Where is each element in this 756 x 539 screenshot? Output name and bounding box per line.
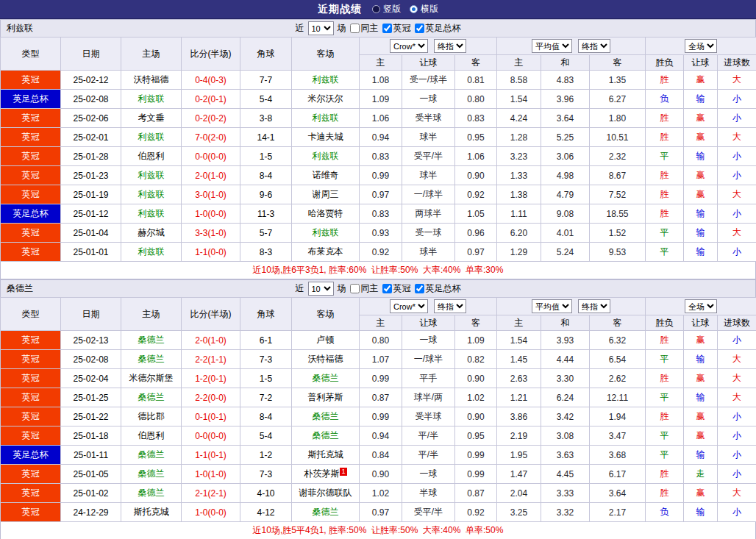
away-team-link[interactable]: 朴茨茅斯1 bbox=[292, 465, 360, 484]
euro-away-odds: 8.67 bbox=[590, 166, 646, 185]
league-checkbox[interactable] bbox=[382, 284, 392, 293]
scope-select[interactable]: 全场 bbox=[685, 39, 717, 53]
home-team-link[interactable]: 利兹联 bbox=[121, 90, 182, 109]
match-row: 英足总杯25-01-12利兹联1-0(0-0)11-3哈洛贾特0.83两球半1.… bbox=[1, 204, 756, 224]
away-team-link[interactable]: 桑德兰 bbox=[292, 369, 360, 388]
home-team-link[interactable]: 利兹联 bbox=[121, 204, 182, 224]
summary-line: 近10场,胜5平4负1, 胜率:50% 让胜率:50% 大率:40% 单率:50… bbox=[0, 522, 756, 539]
match-count-select[interactable]: 10 bbox=[308, 21, 334, 35]
away-team-name: 利兹联 bbox=[313, 113, 339, 123]
euro-time-select[interactable]: 终指 bbox=[578, 299, 610, 313]
filter-league[interactable]: 英冠 bbox=[382, 22, 411, 35]
match-row: 英冠25-01-01利兹联1-1(0-0)8-3布莱克本0.92球半0.971.… bbox=[1, 243, 756, 262]
home-team-link[interactable]: 桑德兰 bbox=[121, 465, 182, 484]
euro-away-odds: 10.51 bbox=[590, 128, 646, 147]
layout-radio-horizontal[interactable]: 横版 bbox=[410, 3, 438, 15]
home-team-link[interactable]: 米德尔斯堡 bbox=[121, 369, 182, 388]
away-team-link[interactable]: 桑德兰 bbox=[292, 426, 360, 446]
fa-cup-checkbox[interactable] bbox=[415, 284, 424, 293]
corner-count: 11-3 bbox=[240, 204, 292, 224]
col-asia-home: 主 bbox=[360, 55, 402, 71]
asia-away-odds: 0.80 bbox=[455, 90, 497, 109]
away-team-link[interactable]: 谢周三 bbox=[292, 185, 360, 204]
home-team-link[interactable]: 利兹联 bbox=[121, 243, 182, 262]
team-section-sunderland: 桑德兰 近 10 场 同主 英冠 英足总杯 类型 日期 主场 bbox=[0, 279, 756, 539]
home-team-link[interactable]: 桑德兰 bbox=[121, 350, 182, 369]
result-goals: 大 bbox=[718, 388, 756, 407]
result-handicap: 赢 bbox=[684, 166, 718, 185]
odds-source-select[interactable]: Crow* bbox=[390, 39, 428, 53]
title-bar: 近期战绩 竖版 横版 bbox=[0, 0, 756, 19]
euro-source-select[interactable]: 平均值 bbox=[532, 299, 572, 313]
home-team-link[interactable]: 利兹联 bbox=[121, 166, 182, 185]
away-team-link[interactable]: 布莱克本 bbox=[292, 243, 360, 262]
home-team-link[interactable]: 伯恩利 bbox=[121, 147, 182, 166]
odds-source-select[interactable]: Crow* bbox=[390, 299, 428, 313]
away-team-link[interactable]: 哈洛贾特 bbox=[292, 204, 360, 224]
asia-away-odds: 0.92 bbox=[455, 503, 497, 522]
away-team-link[interactable]: 桑德兰 bbox=[292, 503, 360, 522]
corner-count: 7-2 bbox=[240, 388, 292, 407]
asia-home-odds: 1.02 bbox=[360, 484, 402, 503]
euro-draw-odds: 3.64 bbox=[541, 109, 590, 128]
radio-icon[interactable] bbox=[410, 5, 418, 13]
same-home-checkbox[interactable] bbox=[350, 24, 360, 33]
result-goals: 小 bbox=[718, 426, 756, 446]
asia-away-odds: 1.09 bbox=[455, 331, 497, 350]
home-team-link[interactable]: 伯恩利 bbox=[121, 426, 182, 446]
away-team-name: 利兹联 bbox=[313, 74, 339, 85]
same-home-checkbox[interactable] bbox=[350, 284, 360, 293]
away-team-link[interactable]: 利兹联 bbox=[292, 147, 360, 166]
away-team-link[interactable]: 诺维奇 bbox=[292, 166, 360, 185]
away-team-link[interactable]: 沃特福德 bbox=[292, 350, 360, 369]
asia-handicap: 一球 bbox=[402, 465, 455, 484]
scope-select[interactable]: 全场 bbox=[685, 299, 717, 313]
league-checkbox[interactable] bbox=[382, 24, 392, 33]
away-team-link[interactable]: 谢菲尔德联队 bbox=[292, 484, 360, 503]
away-team-name: 诺维奇 bbox=[313, 170, 339, 180]
euro-away-odds: 1.35 bbox=[590, 71, 646, 90]
radio-icon[interactable] bbox=[372, 5, 380, 13]
result-handicap: 赢 bbox=[684, 185, 718, 204]
away-team-link[interactable]: 斯托克城 bbox=[292, 446, 360, 465]
away-team-link[interactable]: 米尔沃尔 bbox=[292, 90, 360, 109]
filter-fa-cup[interactable]: 英足总杯 bbox=[415, 282, 461, 295]
match-count-select[interactable]: 10 bbox=[308, 282, 334, 296]
euro-source-select[interactable]: 平均值 bbox=[532, 39, 572, 53]
home-team-link[interactable]: 桑德兰 bbox=[121, 388, 182, 407]
asia-away-odds: 0.97 bbox=[455, 243, 497, 262]
home-team-link[interactable]: 沃特福德 bbox=[121, 71, 182, 90]
filter-same-home[interactable]: 同主 bbox=[350, 22, 379, 35]
away-team-link[interactable]: 桑德兰 bbox=[292, 407, 360, 426]
home-team-link[interactable]: 桑德兰 bbox=[121, 446, 182, 465]
filter-fa-cup[interactable]: 英足总杯 bbox=[415, 22, 461, 35]
home-team-link[interactable]: 利兹联 bbox=[121, 185, 182, 204]
away-team-link[interactable]: 卡迪夫城 bbox=[292, 128, 360, 147]
home-team-link[interactable]: 桑德兰 bbox=[121, 484, 182, 503]
euro-home-odds: 1.33 bbox=[497, 166, 541, 185]
result-outcome: 平 bbox=[646, 224, 684, 243]
results-table: 类型 日期 主场 比分(半场) 角球 客场 Crow* 终指 平均值 终指 bbox=[0, 297, 756, 522]
col-result-goals: 进球数 bbox=[718, 315, 756, 331]
euro-time-select[interactable]: 终指 bbox=[578, 39, 610, 53]
away-team-link[interactable]: 利兹联 bbox=[292, 109, 360, 128]
home-team-link[interactable]: 斯托克城 bbox=[121, 503, 182, 522]
near-label: 近 bbox=[296, 22, 304, 35]
asia-away-odds: 0.90 bbox=[455, 407, 497, 426]
filter-league[interactable]: 英冠 bbox=[382, 282, 411, 295]
home-team-link[interactable]: 考文垂 bbox=[121, 109, 182, 128]
away-team-link[interactable]: 利兹联 bbox=[292, 71, 360, 90]
home-team-link[interactable]: 桑德兰 bbox=[121, 331, 182, 350]
odds-time-select[interactable]: 终指 bbox=[434, 299, 466, 313]
away-team-link[interactable]: 卢顿 bbox=[292, 331, 360, 350]
away-team-link[interactable]: 普利茅斯 bbox=[292, 388, 360, 407]
fa-cup-checkbox[interactable] bbox=[415, 24, 424, 33]
layout-radio-vertical[interactable]: 竖版 bbox=[372, 3, 401, 15]
odds-time-select[interactable]: 终指 bbox=[434, 39, 466, 53]
away-team-link[interactable]: 利兹联 bbox=[292, 224, 360, 243]
home-team-link[interactable]: 赫尔城 bbox=[121, 224, 182, 243]
home-team-link[interactable]: 德比郡 bbox=[121, 407, 182, 426]
home-team-link[interactable]: 利兹联 bbox=[121, 128, 182, 147]
result-goals: 小 bbox=[718, 166, 756, 185]
filter-same-home[interactable]: 同主 bbox=[350, 282, 379, 295]
